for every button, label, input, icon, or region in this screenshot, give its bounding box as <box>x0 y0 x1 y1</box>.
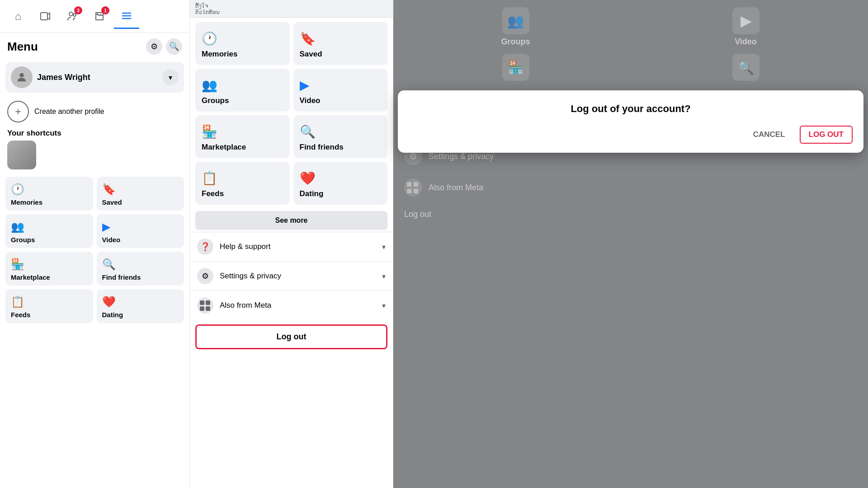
card-dating[interactable]: ❤️ Dating <box>293 162 388 205</box>
friends-badge: 3 <box>74 6 82 14</box>
dating-icon: ❤️ <box>102 296 179 308</box>
bg-groups-icon: 👥 <box>502 7 529 34</box>
card-marketplace-label: Marketplace <box>202 143 283 152</box>
accordion-settings[interactable]: ⚙ Settings & privacy ▾ <box>190 261 393 291</box>
profile-section[interactable]: James Wright ▾ <box>5 62 184 93</box>
right-panel: 👥 Groups ▶ Video 🏪 🔍 See more ❓ Help & s… <box>393 0 868 488</box>
profile-name: James Wright <box>37 73 158 82</box>
card-groups-label: Groups <box>202 96 283 105</box>
card-saved-icon: 🔖 <box>300 31 382 46</box>
right-meta-icon <box>404 178 422 197</box>
right-settings-label: Settings & privacy <box>429 152 494 161</box>
middle-panel: ຕັ້ງໃຈ ຕົວໄກທ້ອນ 🕐 Memories 🔖 Saved 👥 Gr… <box>190 0 393 488</box>
card-video[interactable]: ▶ Video <box>293 69 388 112</box>
meta-icon <box>197 297 213 314</box>
grid-video[interactable]: ▶ Video <box>97 214 184 248</box>
card-feeds-label: Feeds <box>202 189 283 198</box>
grid-memories[interactable]: 🕐 Memories <box>5 177 93 211</box>
meta-label: Also from Meta <box>220 301 376 310</box>
grid-find-friends[interactable]: 🔍 Find friends <box>97 252 184 286</box>
settings-label: Settings & privacy <box>220 272 376 281</box>
video-label: Video <box>102 236 179 244</box>
bg-marketplace-r: 🏪 <box>404 54 627 81</box>
help-icon: ❓ <box>197 239 213 255</box>
right-logout: Log out <box>404 203 857 225</box>
right-meta: Also from Meta <box>404 172 857 203</box>
settings-button[interactable]: ⚙ <box>146 38 162 55</box>
header-icons: ⚙ 🔍 <box>146 38 182 55</box>
feeds-icon: 📋 <box>11 296 88 308</box>
groups-icon: 👥 <box>11 221 88 233</box>
grid-dating[interactable]: ❤️ Dating <box>97 289 184 323</box>
svg-point-2 <box>73 14 76 16</box>
mid-top-strip: ຕັ້ງໃຈ ຕົວໄກທ້ອນ <box>190 0 393 18</box>
accordion-meta[interactable]: Also from Meta ▾ <box>190 291 393 320</box>
help-chevron-icon: ▾ <box>382 243 386 251</box>
bg-groups: 👥 Groups <box>404 7 627 47</box>
cards-grid: 🕐 Memories 🔖 Saved 👥 Groups ▶ Video 🏪 Ma… <box>190 18 393 209</box>
card-find-friends[interactable]: 🔍 Find friends <box>293 115 388 158</box>
log-out-button[interactable]: Log out <box>195 324 387 349</box>
right-logout-label: Log out <box>404 210 431 219</box>
card-groups[interactable]: 👥 Groups <box>195 69 290 112</box>
right-meta-label: Also from Meta <box>429 183 483 192</box>
nav-home[interactable]: ⌂ <box>5 4 31 29</box>
card-feeds[interactable]: 📋 Feeds <box>195 162 290 205</box>
create-profile-row[interactable]: + Create another profile <box>0 96 189 124</box>
dialog-title: Log out of your account? <box>409 103 853 115</box>
right-bg-content: 👥 Groups ▶ Video 🏪 🔍 <box>393 0 868 88</box>
shortcuts-label: Your shortcuts <box>0 124 189 141</box>
dialog-logout-button[interactable]: LOG OUT <box>800 126 853 144</box>
profile-chevron[interactable]: ▾ <box>162 69 179 85</box>
grid-marketplace[interactable]: 🏪 Marketplace <box>5 252 93 286</box>
card-find-friends-label: Find friends <box>300 143 382 152</box>
marketplace-badge: 1 <box>101 6 109 14</box>
create-profile-label: Create another profile <box>34 108 104 116</box>
accordion-help[interactable]: ❓ Help & support ▾ <box>190 232 393 261</box>
find-friends-icon: 🔍 <box>102 258 179 271</box>
sub-text: ຕົວໄກທ້ອນ <box>195 9 387 15</box>
card-saved[interactable]: 🔖 Saved <box>293 22 388 65</box>
video-icon: ▶ <box>102 221 179 233</box>
avatar <box>11 66 33 88</box>
left-panel: ⌂ 3 1 <box>0 0 190 488</box>
menu-header: Menu ⚙ 🔍 <box>0 33 189 58</box>
menu-title: Menu <box>7 40 38 54</box>
bg-find-friends-r: 🔍 <box>634 54 857 81</box>
nav-video[interactable] <box>33 4 58 29</box>
grid-groups[interactable]: 👥 Groups <box>5 214 93 248</box>
card-memories[interactable]: 🕐 Memories <box>195 22 290 65</box>
find-friends-label: Find friends <box>102 273 179 281</box>
search-button[interactable]: 🔍 <box>166 38 182 55</box>
card-memories-icon: 🕐 <box>202 31 283 46</box>
card-dating-label: Dating <box>300 189 382 198</box>
top-text: ຕັ້ງໃຈ <box>195 3 387 9</box>
bg-video-label: Video <box>735 37 757 47</box>
marketplace-label: Marketplace <box>11 273 88 281</box>
feeds-label: Feeds <box>11 311 88 319</box>
card-memories-label: Memories <box>202 50 283 59</box>
saved-icon: 🔖 <box>102 183 179 196</box>
nav-menu[interactable] <box>114 4 139 29</box>
help-label: Help & support <box>220 242 376 251</box>
grid-saved[interactable]: 🔖 Saved <box>97 177 184 211</box>
see-more-button[interactable]: See more <box>195 211 387 230</box>
nav-marketplace-icon[interactable]: 1 <box>87 4 112 29</box>
card-groups-icon: 👥 <box>202 78 283 93</box>
dialog-actions: CANCEL LOG OUT <box>409 126 853 144</box>
marketplace-icon: 🏪 <box>11 258 88 271</box>
card-video-icon: ▶ <box>300 78 382 93</box>
memories-label: Memories <box>11 198 88 206</box>
shortcut-thumbnail[interactable] <box>7 141 36 169</box>
bg-marketplace-icon: 🏪 <box>502 54 529 81</box>
dating-label: Dating <box>102 311 179 319</box>
grid-feeds[interactable]: 📋 Feeds <box>5 289 93 323</box>
settings-chevron-icon: ▾ <box>382 272 386 281</box>
svg-point-1 <box>69 12 73 16</box>
card-marketplace[interactable]: 🏪 Marketplace <box>195 115 290 158</box>
svg-point-3 <box>19 73 24 77</box>
dialog-cancel-button[interactable]: CANCEL <box>748 127 791 143</box>
card-feeds-icon: 📋 <box>202 171 283 186</box>
bg-groups-label: Groups <box>501 37 530 47</box>
nav-friends[interactable]: 3 <box>60 4 85 29</box>
